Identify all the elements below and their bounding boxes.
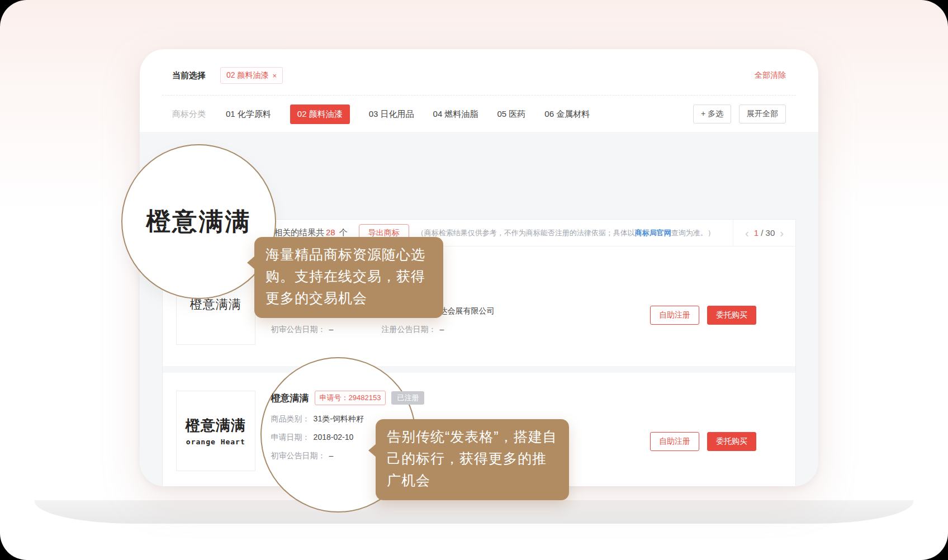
trademark-image: 橙意满满 orange Heart bbox=[176, 391, 255, 471]
disclaimer: （商标检索结果仅供参考，不作为商标能否注册的法律依据；具体以商标局官网查询为准。… bbox=[417, 228, 715, 238]
next-page-icon[interactable]: › bbox=[780, 227, 784, 239]
clear-all-link[interactable]: 全部清除 bbox=[755, 70, 786, 80]
application-number-badge: 申请号：29482153 bbox=[315, 391, 386, 405]
current-selection-label: 当前选择 bbox=[172, 70, 206, 81]
trademark-image-subtext: orange Heart bbox=[186, 438, 245, 446]
category-item-03[interactable]: 03 日化用品 bbox=[369, 109, 414, 120]
entrust-buy-button[interactable]: 委托购买 bbox=[707, 306, 756, 325]
category-bar-label: 商标分类 bbox=[172, 109, 206, 120]
entrust-buy-button[interactable]: 委托购买 bbox=[707, 432, 756, 451]
trademark-name: 橙意满满 bbox=[271, 392, 309, 405]
self-register-button[interactable]: 自助注册 bbox=[650, 432, 699, 451]
category-item-05[interactable]: 05 医药 bbox=[497, 109, 525, 120]
official-site-link[interactable]: 商标局官网 bbox=[635, 229, 671, 237]
status-badge: 已注册 bbox=[391, 391, 424, 405]
page-current: 1 bbox=[754, 228, 759, 238]
category-item-02-selected[interactable]: 02 颜料油漆 bbox=[290, 105, 350, 124]
row-actions: 自助注册 委托购买 bbox=[650, 306, 756, 325]
apply-date-field: 申请日期：2018-02-10 bbox=[271, 433, 382, 443]
tooltip-arrow-icon bbox=[368, 444, 376, 457]
first-publication-field: 初审公告日期：– bbox=[271, 325, 382, 335]
window-pedestal bbox=[35, 500, 913, 524]
filter-chip[interactable]: 02 颜料油漆 × bbox=[220, 67, 283, 84]
self-register-button[interactable]: 自助注册 bbox=[650, 306, 699, 325]
category-item-06[interactable]: 06 金属材料 bbox=[544, 109, 590, 120]
expand-all-button[interactable]: 展开全部 bbox=[739, 105, 786, 124]
tooltip-marketplace: 海量精品商标资源随心选购。支持在线交易，获得更多的交易机会 bbox=[254, 237, 443, 318]
magnifier-text: 橙意满满 bbox=[146, 205, 252, 238]
category-bar: 商标分类 01 化学原料 02 颜料油漆 03 日化用品 04 燃料油脂 05 … bbox=[172, 104, 786, 124]
pagination: ‹ 1 / 30 › bbox=[733, 220, 795, 246]
reg-publication-field: 注册公告日期：– bbox=[382, 325, 650, 335]
divider bbox=[162, 95, 796, 96]
multi-select-button[interactable]: + 多选 bbox=[693, 105, 731, 124]
page-total: 30 bbox=[766, 228, 775, 238]
page-background: 当前选择 02 颜料油漆 × 全部清除 商标分类 01 化学原料 02 颜料油漆… bbox=[0, 0, 948, 560]
tooltip-promotion: 告别传统“发表格”，搭建自己的标行，获得更多的推广机会 bbox=[376, 419, 569, 500]
category-item-04[interactable]: 04 燃料油脂 bbox=[433, 109, 478, 120]
results-count: 28 bbox=[326, 227, 335, 237]
filter-chip-label: 02 颜料油漆 bbox=[226, 70, 268, 80]
filter-bar: 当前选择 02 颜料油漆 × 全部清除 bbox=[172, 66, 786, 85]
magnifier-circle: 橙意满满 bbox=[121, 144, 276, 299]
chip-close-icon[interactable]: × bbox=[272, 72, 277, 80]
prev-page-icon[interactable]: ‹ bbox=[745, 227, 749, 239]
tooltip-arrow-icon bbox=[247, 256, 255, 269]
row-actions: 自助注册 委托购买 bbox=[650, 432, 756, 451]
category-item-01[interactable]: 01 化学原料 bbox=[226, 109, 271, 120]
row-divider bbox=[163, 366, 795, 373]
first-publication-field: 初审公告日期：– bbox=[271, 451, 382, 461]
